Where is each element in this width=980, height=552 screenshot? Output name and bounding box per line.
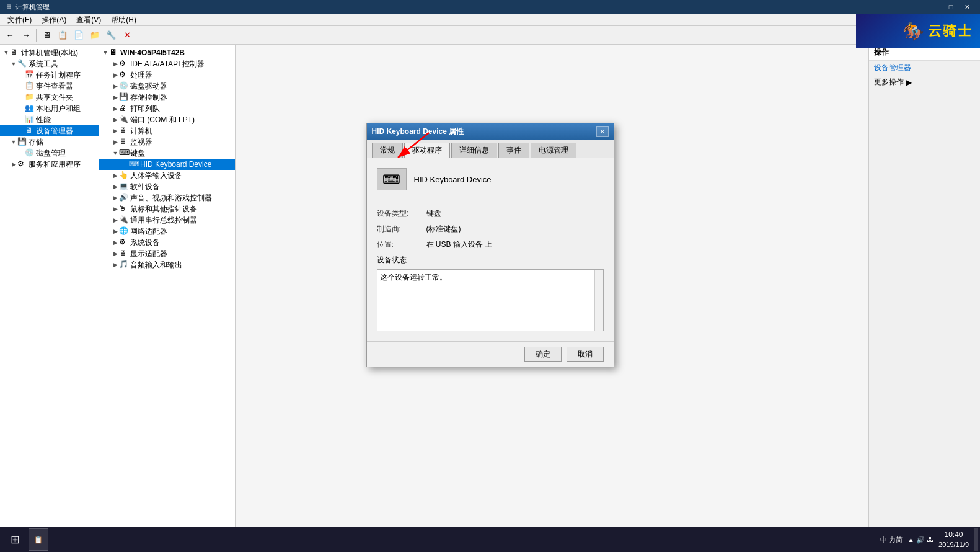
menu-help[interactable]: 帮助(H) — [106, 14, 141, 26]
tree-audio-io[interactable]: ▶ 🎵 音频输入和输出 — [99, 259, 235, 270]
menu-view[interactable]: 查看(V) — [71, 14, 106, 26]
sidebar-item-event-viewer[interactable]: 📋 事件查看器 — [0, 81, 99, 92]
tree-ide-ata[interactable]: ▶ ⚙ IDE ATA/ATAPI 控制器 — [99, 58, 235, 69]
start-button[interactable]: ⊞ — [2, 527, 27, 552]
tab-driver[interactable]: 驱动程序 — [404, 143, 450, 158]
tab-details[interactable]: 详细信息 — [451, 143, 497, 158]
menu-bar: 文件(F) 操作(A) 查看(V) 帮助(H) — [0, 14, 980, 26]
taskbar-clock[interactable]: 10:40 2019/11/9 — [938, 530, 969, 549]
tree-keyboard[interactable]: ▼ ⌨ 键盘 — [99, 148, 235, 159]
device-name: HID Keyboard Device — [414, 175, 492, 184]
tree-audio-video[interactable]: ▶ 🔊 声音、视频和游戏控制器 — [99, 192, 235, 203]
taskbar-bottom: ⊞ 📋 中∙力简 ▲ 🔊 🖧 10:40 2019/11/9 — [0, 527, 980, 552]
sidebar-item-task-scheduler[interactable]: 📅 任务计划程序 — [0, 69, 99, 81]
back-button[interactable]: ← — [2, 28, 17, 43]
sidebar-item-device-manager[interactable]: 🖥 设备管理器 — [0, 125, 99, 136]
sidebar-item-shared-folder[interactable]: 📁 共享文件夹 — [0, 92, 99, 103]
tab-events[interactable]: 事件 — [498, 143, 529, 158]
sidebar-item-system-tools[interactable]: ▼ 🔧 系统工具 — [0, 58, 99, 69]
info-row-manufacturer: 制造商: (标准键盘) — [377, 224, 604, 234]
tree-display[interactable]: ▶ 🖥 显示适配器 — [99, 248, 235, 259]
taskbar-time: 10:40 — [938, 530, 969, 540]
taskbar-date: 2019/11/9 — [938, 540, 969, 549]
taskbar-show-desktop[interactable] — [974, 528, 978, 551]
maximize-button[interactable]: □ — [943, 2, 959, 12]
title-bar-title: 计算机管理 — [15, 2, 50, 12]
dialog-tabs: 常规 驱动程序 详细信息 事件 电源管理 — [367, 140, 614, 158]
taskbar-ime[interactable]: 中∙力简 — [880, 535, 903, 545]
root-expander: ▼ — [2, 49, 10, 56]
logo-text: 云骑士 — [928, 22, 973, 40]
dialog-title: HID Keyboard Device 属性 — [372, 127, 596, 137]
toolbar-btn-2[interactable]: 📋 — [55, 28, 70, 43]
tree-software-device[interactable]: ▶ 💻 软件设备 — [99, 181, 235, 192]
sidebar-item-performance[interactable]: 📊 性能 — [0, 114, 99, 125]
sidebar-item-storage[interactable]: ▼ 💾 存储 — [0, 136, 99, 148]
tree-disk-drives[interactable]: ▶ 💿 磁盘驱动器 — [99, 81, 235, 92]
dialog-hid-keyboard: HID Keyboard Device 属性 ✕ 常规 驱动程序 详细信息 事件… — [366, 123, 614, 367]
title-bar-icon: 🖥 — [5, 3, 12, 11]
toolbar-sep-1 — [36, 29, 37, 42]
menu-action[interactable]: 操作(A) — [37, 14, 71, 26]
device-header: ⌨ HID Keyboard Device — [377, 168, 604, 198]
logo-icon: 🏇 — [903, 21, 924, 42]
actions-more-arrow: ▶ — [906, 78, 912, 87]
tree-processor[interactable]: ▶ ⚙ 处理器 — [99, 69, 235, 81]
tree-human-input[interactable]: ▶ 👆 人体学输入设备 — [99, 170, 235, 181]
minimize-button[interactable]: ─ — [927, 2, 943, 12]
info-location-label: 位置: — [377, 239, 426, 250]
tree-universal-bus[interactable]: ▶ 🔌 通用串行总线控制器 — [99, 215, 235, 226]
tree-root[interactable]: ▼ 🖥 WIN-4O5P4I5T42B — [99, 47, 235, 58]
status-scrollbar[interactable] — [594, 270, 603, 331]
logo-area: 🏇 云骑士 — [856, 14, 980, 48]
status-text: 这个设备运转正常。 — [380, 273, 447, 282]
taskbar-task-1[interactable]: 📋 — [29, 528, 48, 551]
dialog-footer: 确定 取消 — [367, 341, 614, 367]
toolbar-btn-4[interactable]: 📁 — [87, 28, 102, 43]
dialog-title-bar: HID Keyboard Device 属性 ✕ — [367, 123, 614, 140]
dialog-close-button[interactable]: ✕ — [596, 126, 609, 137]
cancel-button[interactable]: 取消 — [567, 347, 604, 362]
device-tree-panel: ▼ 🖥 WIN-4O5P4I5T42B ▶ ⚙ IDE ATA/ATAPI 控制… — [99, 45, 236, 527]
tree-com-port[interactable]: ▶ 🔌 端口 (COM 和 LPT) — [99, 114, 235, 125]
info-row-type: 设备类型: 键盘 — [377, 208, 604, 219]
toolbar-btn-1[interactable]: 🖥 — [39, 28, 54, 43]
ok-button[interactable]: 确定 — [524, 347, 562, 362]
toolbar-btn-3[interactable]: 📄 — [71, 28, 86, 43]
tree-system-devices[interactable]: ▶ ⚙ 系统设备 — [99, 237, 235, 248]
tree-mouse-other[interactable]: ▶ 🖱 鼠标和其他指针设备 — [99, 203, 235, 215]
toolbar-btn-5[interactable]: 🔧 — [104, 28, 118, 43]
tree-network[interactable]: ▶ 🌐 网络适配器 — [99, 226, 235, 237]
forward-button[interactable]: → — [19, 28, 33, 43]
info-location-value: 在 USB 输入设备 上 — [426, 239, 493, 250]
actions-more-label: 更多操作 — [874, 77, 904, 87]
toolbar: ← → 🖥 📋 📄 📁 🔧 ✕ — [0, 26, 980, 45]
info-manufacturer-label: 制造商: — [377, 224, 426, 234]
actions-device-manager[interactable]: 设备管理器 — [869, 61, 980, 75]
sidebar-item-services[interactable]: ▶ ⚙ 服务和应用程序 — [0, 159, 99, 170]
tree-computer[interactable]: ▶ 🖥 计算机 — [99, 125, 235, 136]
tree-monitor[interactable]: ▶ 🖥 监视器 — [99, 136, 235, 148]
actions-more[interactable]: 更多操作 ▶ — [869, 75, 980, 89]
taskbar-systray: ▲ 🔊 🖧 — [907, 536, 934, 544]
tree-print-queue[interactable]: ▶ 🖨 打印列队 — [99, 103, 235, 114]
root-label: 计算机管理(本地) — [21, 48, 78, 58]
sidebar-root[interactable]: ▼ 🖥 计算机管理(本地) — [0, 47, 99, 58]
toolbar-btn-delete[interactable]: ✕ — [120, 28, 135, 43]
status-box: 这个设备运转正常。 — [377, 269, 604, 331]
sidebar-item-disk-management[interactable]: 💿 磁盘管理 — [0, 148, 99, 159]
taskbar-right: 中∙力简 ▲ 🔊 🖧 10:40 2019/11/9 — [880, 528, 978, 551]
title-bar: 🖥 计算机管理 ─ □ ✕ — [0, 0, 980, 14]
tree-hid-keyboard[interactable]: ⌨ HID Keyboard Device — [99, 159, 235, 170]
tab-general[interactable]: 常规 — [372, 143, 403, 158]
device-icon: ⌨ — [377, 168, 407, 190]
tab-power[interactable]: 电源管理 — [531, 143, 576, 158]
root-icon: 🖥 — [10, 48, 20, 58]
menu-file[interactable]: 文件(F) — [2, 14, 37, 26]
tree-storage-ctrl[interactable]: ▶ 💾 存储控制器 — [99, 92, 235, 103]
info-manufacturer-value: (标准键盘) — [426, 224, 461, 234]
taskbar-task-icon: 📋 — [34, 536, 43, 544]
close-button[interactable]: ✕ — [959, 2, 975, 12]
sidebar-item-local-users[interactable]: 👥 本地用户和组 — [0, 103, 99, 114]
keyboard-device-icon: ⌨ — [382, 172, 400, 187]
